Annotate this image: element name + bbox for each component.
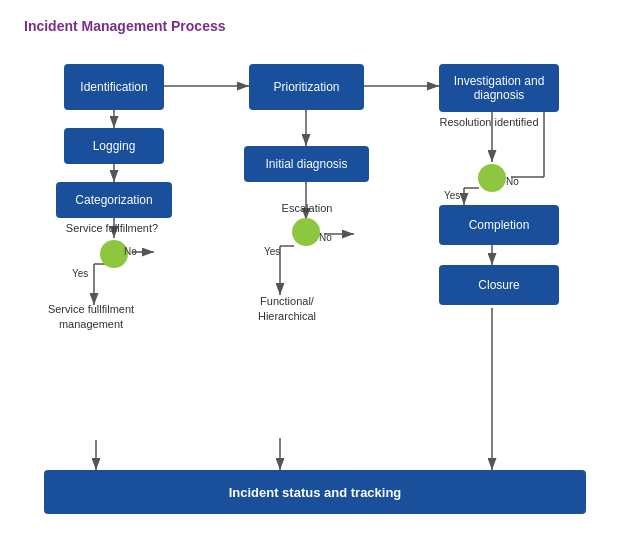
no-label-1: No: [124, 246, 137, 257]
no-label-2: No: [319, 232, 332, 243]
diagram: Identification Logging Categorization Se…: [24, 50, 606, 520]
decision-circle-2: [292, 218, 320, 246]
prioritization-box: Prioritization: [249, 64, 364, 110]
service-management-label: Service fullfilment management: [32, 302, 150, 333]
resolution-label: Resolution identified: [424, 116, 554, 128]
logging-box: Logging: [64, 128, 164, 164]
no-label-3: No: [506, 176, 519, 187]
page-title: Incident Management Process: [24, 18, 606, 34]
bottom-bar: Incident status and tracking: [44, 470, 586, 514]
investigation-box: Investigation and diagnosis: [439, 64, 559, 112]
completion-box: Completion: [439, 205, 559, 245]
initial-diagnosis-box: Initial diagnosis: [244, 146, 369, 182]
closure-box: Closure: [439, 265, 559, 305]
categorization-box: Categorization: [56, 182, 172, 218]
yes-label-3: Yes: [444, 190, 460, 201]
decision-circle-3: [478, 164, 506, 192]
service-fullfilment-label: Service fullfilment?: [52, 222, 172, 234]
functional-label: Functional/ Hierarchical: [242, 294, 332, 325]
main-container: Incident Management Process: [0, 0, 630, 537]
escalation-label: Escalation: [272, 202, 342, 214]
yes-label-1: Yes: [72, 268, 88, 279]
identification-box: Identification: [64, 64, 164, 110]
yes-label-2: Yes: [264, 246, 280, 257]
